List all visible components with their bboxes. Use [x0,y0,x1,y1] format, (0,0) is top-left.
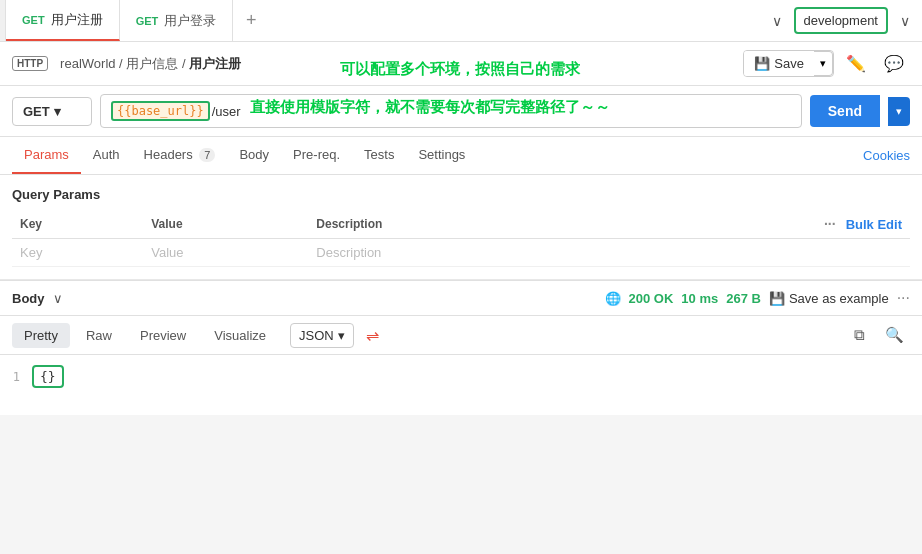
breadcrumb-current: 用户注册 [189,56,241,71]
resp-tab-preview[interactable]: Preview [128,323,198,348]
key-cell[interactable]: Key [12,239,143,267]
response-more-icon[interactable]: ··· [897,289,910,307]
url-section: GET ▾ {{base_url}} /user Send ▾ 可以配置多个环境… [0,86,922,137]
comment-button[interactable]: 💬 [878,50,910,77]
response-bar: Body ∨ 🌐 200 OK 10 ms 267 B 💾 Save as ex… [0,280,922,316]
save-example-button[interactable]: 💾 Save as example [769,291,889,306]
tab-method-badge: GET [136,15,159,27]
toolbar-actions: 💾 Save ▾ ✏️ 💬 [743,50,910,77]
tab-user-register[interactable]: GET 用户注册 [6,0,120,41]
format-select[interactable]: JSON ▾ [290,323,354,348]
environment-dropdown[interactable]: development [794,7,888,34]
cookies-link[interactable]: Cookies [863,148,910,163]
code-line-1: 1 {} [0,363,922,390]
tab-user-login[interactable]: GET 用户登录 [120,0,234,41]
tab-headers[interactable]: Headers 7 [132,137,228,174]
send-dropdown-button[interactable]: ▾ [888,97,910,126]
save-dropdown-button[interactable]: ▾ [814,51,833,76]
bulk-edit-button[interactable]: Bulk Edit [846,217,902,232]
toolbar-row: HTTP realWorld / 用户信息 / 用户注册 💾 Save ▾ ✏️… [0,42,922,86]
url-variable: {{base_url}} [111,101,210,121]
save-label: Save [774,56,804,71]
http-badge: HTTP [12,56,48,71]
tab-bar-right: ∨ development ∨ [768,7,922,34]
response-view-tabs: Pretty Raw Preview Visualize JSON ▾ ⇌ ⧉ … [0,316,922,355]
tab-settings[interactable]: Settings [406,137,477,174]
format-chevron: ▾ [338,328,345,343]
tab-prereq[interactable]: Pre-req. [281,137,352,174]
request-tabs: Params Auth Headers 7 Body Pre-req. Test… [0,137,922,175]
method-chevron: ▾ [54,104,61,119]
resp-tab-raw[interactable]: Raw [74,323,124,348]
code-area: 1 {} [0,355,922,415]
query-params-label: Query Params [12,187,910,202]
resp-tab-pretty[interactable]: Pretty [12,323,70,348]
save-example-label: Save as example [789,291,889,306]
code-content: {} [32,365,64,388]
value-cell[interactable]: Value [143,239,308,267]
tab-body[interactable]: Body [227,137,281,174]
send-chevron: ▾ [896,105,902,117]
col-actions: ··· Bulk Edit [589,210,910,239]
send-label: Send [828,103,862,119]
response-time: 10 ms [681,291,718,306]
col-value: Value [143,210,308,239]
tab-label: 用户登录 [164,12,216,30]
query-params-section: Query Params Key Value Description ··· B… [0,175,922,279]
col-key: Key [12,210,143,239]
send-button[interactable]: Send [810,95,880,127]
tab-auth[interactable]: Auth [81,137,132,174]
save-button[interactable]: 💾 Save [744,51,814,76]
env-chevron-right[interactable]: ∨ [896,9,914,33]
edit-button[interactable]: ✏️ [840,50,872,77]
add-tab-button[interactable]: + [233,0,269,41]
method-select[interactable]: GET ▾ [12,97,92,126]
url-row: GET ▾ {{base_url}} /user Send ▾ [0,86,922,137]
tab-label: 用户注册 [51,11,103,29]
resp-tab-visualize[interactable]: Visualize [202,323,278,348]
save-example-icon: 💾 [769,291,785,306]
save-icon: 💾 [754,56,770,71]
tab-params[interactable]: Params [12,137,81,174]
col-desc: Description [308,210,588,239]
filter-icon[interactable]: ⇌ [366,326,379,345]
resp-tab-icons: ⧉ 🔍 [848,322,910,348]
table-row: Key Value Description [12,239,910,267]
more-options-icon[interactable]: ··· [824,216,836,232]
environment-name: development [804,13,878,28]
url-input[interactable]: {{base_url}} /user [100,94,802,128]
tab-bar: GET 用户注册 GET 用户登录 + ∨ development ∨ [0,0,922,42]
globe-icon: 🌐 [605,291,621,306]
url-suffix: /user [212,104,241,119]
response-bar-right: 🌐 200 OK 10 ms 267 B 💾 Save as example ·… [605,289,910,307]
response-body-label: Body [12,291,45,306]
tab-tests[interactable]: Tests [352,137,406,174]
method-label: GET [23,104,50,119]
breadcrumb: realWorld / 用户信息 / 用户注册 [60,55,241,73]
tab-method-badge: GET [22,14,45,26]
line-number: 1 [0,370,32,384]
breadcrumb-prefix: realWorld / 用户信息 / [60,56,185,71]
headers-badge: 7 [199,148,215,162]
env-chevron-left[interactable]: ∨ [768,9,786,33]
format-label: JSON [299,328,334,343]
response-chevron[interactable]: ∨ [53,291,63,306]
params-table: Key Value Description ··· Bulk Edit Key … [12,210,910,267]
status-code: 200 OK [629,291,674,306]
response-size: 267 B [726,291,761,306]
copy-button[interactable]: ⧉ [848,322,871,348]
desc-cell[interactable]: Description [308,239,588,267]
search-button[interactable]: 🔍 [879,322,910,348]
